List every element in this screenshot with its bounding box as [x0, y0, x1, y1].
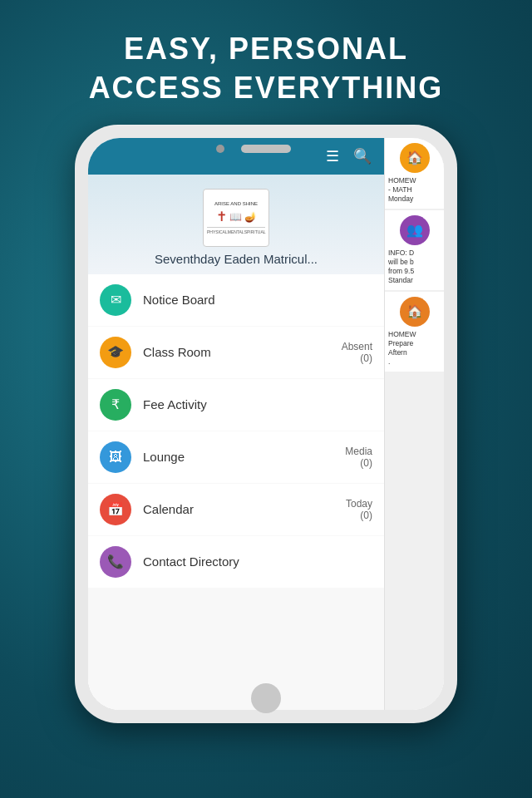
notification-hw2[interactable]: 🏠HOMEW Prepare Aftern . [385, 292, 444, 372]
menu-icon-notice-board: ✉ [100, 284, 131, 316]
school-emblem: ARISE AND SHINE ✝ 📖 🪔 PHYSICAL MENTAL S [203, 189, 269, 247]
phone-speaker [241, 145, 291, 153]
notif-icon-info1: 👥 [400, 215, 430, 245]
menu-icon-class-room: 🎓 [100, 337, 131, 368]
emblem-physical: PHYSICAL [207, 229, 228, 234]
menu-icon-calendar: 📅 [100, 494, 131, 525]
menu-item-calendar[interactable]: 📅CalendarToday (0) [88, 484, 384, 535]
emblem-spiritual: SPIRITUAL [244, 229, 266, 234]
menu-button[interactable]: ☰ [318, 141, 347, 171]
school-logo-area: ARISE AND SHINE ✝ 📖 🪔 PHYSICAL MENTAL S [88, 175, 384, 274]
page-wrapper: EASY, PERSONAL ACCESS EVERYTHING ☰ [0, 0, 532, 723]
book-icon: 📖 [229, 211, 242, 223]
menu-item-contact-directory[interactable]: 📞Contact Directory [88, 536, 384, 588]
menu-label-notice-board: Notice Board [143, 293, 372, 307]
phone-wrapper: ☰ 🔍 ARISE AND SHINE ✝ [0, 125, 532, 723]
notif-icon-hw1: 🏠 [400, 143, 430, 173]
main-panel: ☰ 🔍 ARISE AND SHINE ✝ [88, 138, 384, 710]
hamburger-icon: ☰ [326, 147, 339, 165]
menu-icon-fee-activity: ₹ [100, 389, 131, 421]
notif-text-hw1: HOMEW - MATH Monday [388, 176, 441, 204]
menu-badge-lounge: Media (0) [345, 446, 372, 469]
headline: EASY, PERSONAL ACCESS EVERYTHING [0, 30, 532, 108]
menu-icon-lounge: 🖼 [100, 441, 131, 473]
menu-icon-contact-directory: 📞 [100, 546, 131, 578]
notification-info1[interactable]: 👥INFO: D will be b from 9.5 Standar [385, 210, 444, 290]
headline-line2: ACCESS EVERYTHING [89, 71, 444, 105]
phone-camera [216, 145, 224, 153]
notification-hw1[interactable]: 🏠HOMEW - MATH Monday [385, 138, 444, 209]
menu-label-fee-activity: Fee Activity [143, 397, 372, 411]
menu-label-class-room: Class Room [143, 345, 342, 359]
menu-badge-calendar: Today (0) [346, 498, 372, 521]
emblem-bottom: PHYSICAL MENTAL SPIRITUAL [207, 227, 265, 234]
menu-label-contact-directory: Contact Directory [143, 554, 372, 569]
headline-line1: EASY, PERSONAL [124, 32, 408, 66]
notif-text-hw2: HOMEW Prepare Aftern . [388, 330, 441, 367]
menu-item-lounge[interactable]: 🖼LoungeMedia (0) [88, 431, 384, 483]
search-button[interactable]: 🔍 [347, 141, 377, 171]
notif-icon-hw2: 🏠 [400, 297, 430, 327]
right-panel: 🏠HOMEW - MATH Monday👥INFO: D will be b f… [384, 138, 444, 710]
cross-icon: ✝ [216, 209, 227, 224]
emblem-top-text: ARISE AND SHINE [214, 201, 258, 206]
school-name: Seventhday Eaden Matricul... [155, 252, 318, 266]
screen-content: ☰ 🔍 ARISE AND SHINE ✝ [88, 138, 444, 710]
home-button[interactable] [251, 683, 281, 713]
menu-item-fee-activity[interactable]: ₹Fee Activity [88, 379, 384, 431]
menu-item-class-room[interactable]: 🎓Class RoomAbsent (0) [88, 327, 384, 378]
menu-label-lounge: Lounge [143, 450, 345, 464]
emblem-mental: MENTAL [228, 229, 244, 234]
header-section: EASY, PERSONAL ACCESS EVERYTHING [0, 0, 532, 125]
phone-screen: ☰ 🔍 ARISE AND SHINE ✝ [88, 138, 444, 710]
notif-text-info1: INFO: D will be b from 9.5 Standar [388, 249, 441, 285]
emblem-icons: ✝ 📖 🪔 [216, 209, 257, 224]
app-header: ☰ 🔍 [88, 138, 384, 175]
menu-label-calendar: Calendar [143, 502, 346, 516]
search-icon: 🔍 [353, 147, 372, 165]
lamp-icon: 🪔 [244, 211, 257, 223]
menu-list: ✉Notice Board🎓Class RoomAbsent (0)₹Fee A… [88, 274, 384, 710]
menu-item-notice-board[interactable]: ✉Notice Board [88, 274, 384, 326]
menu-badge-class-room: Absent (0) [342, 341, 372, 364]
phone-frame: ☰ 🔍 ARISE AND SHINE ✝ [75, 125, 457, 723]
